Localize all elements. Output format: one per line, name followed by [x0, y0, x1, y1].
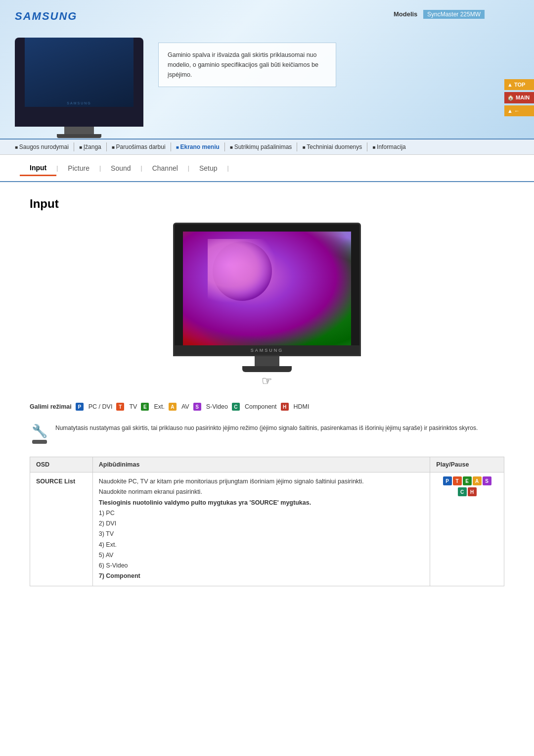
source-icons-group: P T E A S C H	[436, 476, 498, 496]
display-stand-neck	[255, 356, 279, 366]
display-screen	[183, 232, 351, 345]
mode-p-icon: P	[76, 403, 84, 411]
col-header-osd: OSD	[30, 457, 93, 472]
modes-row: Galimi režimai P PC / DVI T TV E Ext. A …	[30, 403, 504, 411]
mode-s-icon: S	[193, 403, 201, 411]
main-button[interactable]: 🏠 MAIN	[504, 92, 534, 103]
osd-cell: SOURCE List	[30, 472, 93, 586]
mode-s-label: S-Video	[206, 403, 228, 410]
monitor-base	[57, 134, 101, 138]
mode-a-icon: A	[169, 403, 177, 411]
flower-petals	[208, 239, 277, 303]
list-2: 2) DVI	[99, 520, 116, 527]
note-icon-base	[32, 440, 47, 444]
col-header-playpause: Play/Pause	[430, 457, 504, 472]
mode-e-label: Ext.	[154, 403, 165, 410]
model-label: Modelis	[394, 10, 417, 18]
back-button[interactable]: ▲ ←	[504, 105, 534, 116]
si-t: T	[453, 476, 462, 485]
mode-e-icon: E	[141, 403, 149, 411]
display-bottom-bar: SAMSUNG	[175, 345, 359, 355]
banner: SAMSUNG Modelis SyncMaster 225MW SAMSUNG…	[0, 0, 534, 139]
modes-label: Galimi režimai	[30, 403, 72, 410]
col-header-description: Apibūdinimas	[92, 457, 430, 472]
nav-item-ekrano[interactable]: Ekrano meniu	[171, 142, 225, 151]
tab-picture[interactable]: Picture	[58, 161, 99, 175]
tab-input[interactable]: Input	[20, 161, 56, 176]
list-4: 4) Ext.	[99, 541, 117, 548]
si-s: S	[483, 476, 491, 485]
note-text: Numatytasis nustatymas gali skirtis, tai…	[55, 424, 478, 433]
nav-bar: Saugos nurodymai Įžanga Paruošimas darbu…	[0, 139, 534, 155]
tab-setup[interactable]: Setup	[189, 161, 227, 175]
monitor-body: SAMSUNG	[15, 38, 143, 127]
si-e: E	[463, 476, 472, 485]
mode-h-icon: H	[281, 403, 289, 411]
model-name: SyncMaster 225MW	[423, 10, 485, 19]
wrench-icon: 🔧	[32, 424, 47, 439]
nav-item-techniniai[interactable]: Techniniai duomenys	[297, 142, 367, 151]
mode-c-label: Component	[245, 403, 277, 410]
si-p: P	[443, 476, 452, 485]
monitor-brand-label: SAMSUNG	[67, 101, 91, 105]
display-wrapper: SAMSUNG AUTO PIP ▼ ▲ – + MENU SOURCE ☞	[173, 223, 361, 388]
note-row: 🔧 Numatytasis nustatymas gali skirtis, t…	[30, 419, 504, 449]
display-frame: SAMSUNG AUTO PIP ▼ ▲ – + MENU SOURCE	[173, 223, 361, 356]
list-3: 3) TV	[99, 530, 114, 537]
mode-t-label: TV	[129, 403, 137, 410]
monitor-stand	[64, 127, 94, 134]
samsung-logo: SAMSUNG	[15, 10, 77, 23]
banner-disclaimer: Gaminio spalva ir išvaizda gali skirtis …	[158, 43, 336, 87]
list-1: 1) PC	[99, 510, 115, 517]
monitor-illustration: SAMSUNG	[15, 33, 143, 138]
bold-text: Tiesioginis nuotolinio valdymo pulto myg…	[99, 499, 311, 506]
si-a: A	[473, 476, 482, 485]
monitor-screen: SAMSUNG	[25, 38, 134, 107]
side-buttons: ▲ TOP 🏠 MAIN ▲ ←	[504, 79, 534, 116]
main-content: Input SAMSUNG AUTO PIP ▼ ▲	[0, 182, 534, 601]
description-cell: Naudokite PC, TV ar kitam prie monitoria…	[92, 472, 430, 586]
mode-c-icon: C	[232, 403, 240, 411]
nav-item-paruosimas[interactable]: Paruošimas darbui	[107, 142, 171, 151]
mode-t-icon: T	[116, 403, 124, 411]
icon-row-1: P T E A S	[443, 476, 491, 485]
mode-h-label: HDMI	[294, 403, 310, 410]
si-h: H	[468, 487, 477, 496]
display-stand-base	[242, 366, 292, 372]
model-info: Modelis SyncMaster 225MW	[394, 10, 485, 19]
list-5: 5) AV	[99, 552, 114, 559]
mode-a-label: AV	[181, 403, 189, 410]
display-container: SAMSUNG AUTO PIP ▼ ▲ – + MENU SOURCE ☞	[30, 223, 504, 388]
note-icon: 🔧	[30, 424, 49, 444]
nav-item-informacija[interactable]: Informacija	[367, 142, 411, 151]
table-row: SOURCE List Naudokite PC, TV ar kitam pr…	[30, 472, 504, 586]
tab-sound[interactable]: Sound	[101, 161, 140, 175]
info-table: OSD Apibūdinimas Play/Pause SOURCE List …	[30, 457, 504, 586]
top-button[interactable]: ▲ TOP	[504, 79, 534, 90]
btn-row: AUTO PIP ▼ ▲ – + MENU SOURCE	[175, 355, 359, 356]
tab-bar: Input | Picture | Sound | Channel | Setu…	[0, 155, 534, 182]
icon-row-2: C H	[458, 487, 477, 496]
nav-item-sutrikimu[interactable]: Sutrikimų pašalinimas	[225, 142, 298, 151]
nav-item-izanga[interactable]: Įžanga	[74, 142, 107, 151]
playpause-cell: P T E A S C H	[430, 472, 504, 586]
tab-channel[interactable]: Channel	[142, 161, 188, 175]
display-brand: SAMSUNG	[251, 348, 284, 353]
banner-content: SAMSUNG Gaminio spalva ir išvaizda gali …	[15, 28, 519, 138]
nav-item-saugos[interactable]: Saugos nurodymai	[10, 142, 74, 151]
hand-cursor-icon: ☞	[262, 374, 272, 388]
mode-p-label: PC / DVI	[89, 403, 113, 410]
list-6: 6) S-Video	[99, 562, 128, 569]
list-7: 7) Component	[99, 572, 140, 579]
page-title: Input	[30, 197, 504, 211]
si-c: C	[458, 487, 467, 496]
